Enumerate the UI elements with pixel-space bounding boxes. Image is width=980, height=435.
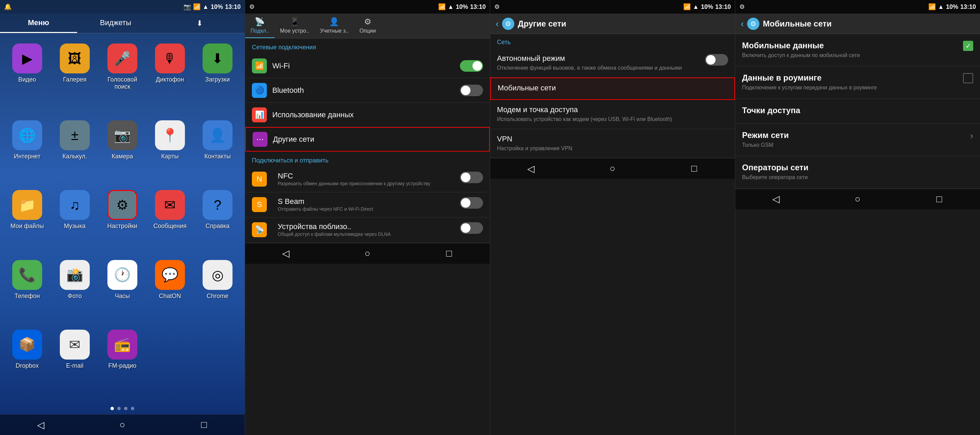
s2-battery: 10%: [456, 3, 468, 11]
p4-battery: 10%: [946, 3, 958, 11]
app-item-clock[interactable]: 🕐Часы: [102, 260, 143, 323]
app-label-dropbox: Dropbox: [16, 362, 39, 370]
app-icon-video: ▶: [12, 43, 42, 73]
settings-item-otherNetworks[interactable]: ⋯Другие сети: [245, 127, 490, 152]
chevron-right-icon: ›: [970, 130, 973, 141]
app-item-gallery[interactable]: 🖼Галерея: [54, 43, 95, 114]
settings-tab-options[interactable]: ⚙Опции: [354, 14, 382, 38]
app-item-photos[interactable]: 📸Фото: [54, 260, 95, 323]
net-items: Автономный режимОтключение функций вызов…: [490, 49, 735, 158]
app-item-download[interactable]: ⬇Загрузки: [197, 43, 238, 114]
net-title-vpn: VPN: [497, 135, 728, 143]
net-title-mobilenets: Мобильные сети: [498, 84, 727, 92]
app-item-calc[interactable]: ±Калькул.: [54, 120, 95, 183]
mobile-item-netmode[interactable]: Режим сетиТолько GSM›: [735, 124, 980, 156]
dot-2: [117, 407, 121, 410]
p3-home-button[interactable]: ○: [572, 158, 653, 179]
p4-back-icon[interactable]: ‹: [741, 18, 744, 29]
settings-label-nfc: NFC: [278, 171, 455, 181]
app-label-help: Справка: [206, 222, 230, 230]
app-item-maps[interactable]: 📍Карты: [150, 120, 190, 183]
settings-tab-accounts[interactable]: 👤Учетные з..: [315, 14, 354, 38]
mobile-title-mobiledata: Мобильные данные: [742, 41, 958, 50]
app-item-dictaphone[interactable]: 🎙Диктофон: [150, 43, 190, 114]
mobile-items: Мобильные данныеВключить доступ к данным…: [735, 34, 980, 189]
p4-back-button[interactable]: ◁: [735, 189, 817, 210]
net-item-autonom[interactable]: Автономный режимОтключение функций вызов…: [490, 49, 735, 78]
status-bar-3: ⚙ 📶 ▲ 10% 13:10: [490, 0, 735, 14]
app-item-voice[interactable]: 🎤Голосовой поиск: [102, 43, 143, 114]
status-left-4: ⚙: [739, 3, 745, 11]
tab-menu[interactable]: Меню: [0, 14, 77, 33]
toggle-wifi[interactable]: [460, 60, 483, 72]
app-item-camera[interactable]: 📷Камера: [102, 120, 143, 183]
toggle-bluetooth[interactable]: [460, 85, 483, 96]
check-on: ✓: [963, 41, 973, 51]
settings-item-wifi[interactable]: 📶Wi-Fi: [245, 54, 490, 78]
net-toggle-autonom[interactable]: [705, 54, 728, 65]
net-item-modem[interactable]: Модем и точка доступаИспользовать устрой…: [490, 100, 735, 129]
app-item-myfiles[interactable]: 📁Мои файлы: [7, 190, 48, 253]
app-item-fmradio[interactable]: 📻FM-радио: [102, 330, 143, 392]
tab-icon-accounts: 👤: [329, 17, 339, 27]
toggle-nfc[interactable]: [460, 171, 483, 183]
app-item-chaton[interactable]: 💬ChatON: [150, 260, 190, 323]
section-connect: Подключиться и отправить: [245, 152, 490, 167]
settings-tab-mydevice[interactable]: 📱Мое устро..: [275, 14, 315, 38]
app-item-contacts[interactable]: 👤Контакты: [197, 120, 238, 183]
s2-home-button[interactable]: ○: [327, 243, 408, 264]
s2-back-button[interactable]: ◁: [245, 243, 327, 264]
home-button[interactable]: ○: [81, 414, 163, 435]
p3-back-button[interactable]: ◁: [490, 158, 572, 179]
page-dots: [0, 403, 245, 414]
net-item-mobilenets[interactable]: Мобильные сети: [490, 78, 735, 100]
tab-widgets[interactable]: Виджеты: [77, 14, 154, 33]
app-item-settings[interactable]: ⚙Настройки: [102, 190, 143, 253]
p4-recent-button[interactable]: □: [899, 189, 980, 210]
settings-tab-conn[interactable]: 📡Подкл..: [245, 14, 275, 38]
recent-button[interactable]: □: [163, 414, 245, 435]
p4-gear-icon: ⚙: [747, 17, 759, 30]
mobile-item-hotspots[interactable]: Точки доступа: [735, 99, 980, 124]
other-networks-header: ‹ ⚙ Другие сети: [490, 14, 735, 34]
back-button[interactable]: ◁: [0, 414, 81, 435]
settings-item-nfc[interactable]: NNFCРазрешить обмен данными при прикосно…: [245, 167, 490, 192]
p3-notif-icon: ⚙: [494, 3, 500, 11]
app-item-dropbox[interactable]: 📦Dropbox: [7, 330, 48, 392]
mobile-title-hotspots: Точки доступа: [742, 106, 968, 115]
dot-4: [131, 407, 134, 410]
settings-tabs: 📡Подкл..📱Мое устро..👤Учетные з..⚙Опции: [245, 14, 490, 38]
app-item-chrome[interactable]: ◎Chrome: [197, 260, 238, 323]
mobile-control-netmode[interactable]: ›: [970, 130, 973, 141]
app-item-email[interactable]: ✉E-mail: [54, 330, 95, 392]
p4-home-button[interactable]: ○: [817, 189, 899, 210]
settings-item-dataUsage[interactable]: 📊Использование данных: [245, 103, 490, 127]
app-item-video[interactable]: ▶Видео: [7, 43, 48, 114]
s2-recent-button[interactable]: □: [408, 243, 490, 264]
toggle-nearby[interactable]: [460, 222, 483, 234]
app-item-messages[interactable]: ✉Сообщения: [150, 190, 190, 253]
app-icon-help: ?: [203, 190, 232, 220]
app-item-music[interactable]: ♫Музыка: [54, 190, 95, 253]
settings-item-sbeam[interactable]: SS BeamОтправить файлы через NFC и Wi-Fi…: [245, 192, 490, 218]
p3-recent-button[interactable]: □: [653, 158, 735, 179]
status-right-3: 📶 ▲ 10% 13:10: [683, 3, 731, 11]
settings-icon-nfc: N: [252, 171, 267, 187]
mobile-item-mobiledata[interactable]: Мобильные данныеВключить доступ к данным…: [735, 34, 980, 66]
app-item-help[interactable]: ?Справка: [197, 190, 238, 253]
mobile-control-mobiledata[interactable]: ✓: [963, 41, 973, 51]
settings-screen: ⚙ 📶 ▲ 10% 13:10 📡Подкл..📱Мое устро..👤Уче…: [245, 0, 490, 435]
app-item-phone[interactable]: 📞Телефон: [7, 260, 48, 323]
app-item-internet[interactable]: 🌐Интернет: [7, 120, 48, 183]
mobile-control-roaming[interactable]: [963, 73, 973, 83]
tab-download[interactable]: ⬇: [154, 14, 245, 33]
mobile-item-roaming[interactable]: Данные в роумингеПодключение к услугам п…: [735, 66, 980, 98]
net-item-vpn[interactable]: VPNНастройка и управление VPN: [490, 129, 735, 158]
p3-back-icon[interactable]: ‹: [496, 18, 499, 29]
mobile-item-operators[interactable]: Операторы сетиВыберите оператора сети: [735, 156, 980, 188]
toggle-sbeam[interactable]: [460, 197, 483, 209]
settings-item-nearby[interactable]: 📡Устройства поблизо..Общий доступ к файл…: [245, 218, 490, 243]
status-bar-4: ⚙ 📶 ▲ 10% 13:10: [735, 0, 980, 14]
settings-item-bluetooth[interactable]: 🔵Bluetooth: [245, 78, 490, 103]
app-icon-settings: ⚙: [107, 190, 137, 220]
